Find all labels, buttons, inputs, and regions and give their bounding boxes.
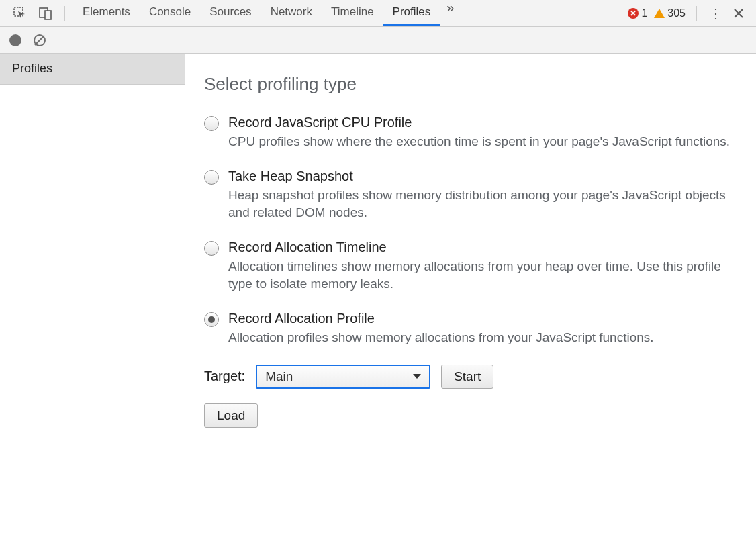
page-heading: Select profiling type xyxy=(204,74,737,95)
chevron-down-icon xyxy=(413,374,421,379)
tab-console[interactable]: Console xyxy=(140,0,200,26)
record-button[interactable] xyxy=(9,34,21,46)
target-row: Target: Main Start xyxy=(204,365,737,389)
sidebar: Profiles xyxy=(0,54,185,533)
tab-sources[interactable]: Sources xyxy=(200,0,261,26)
radio-allocation-profile[interactable] xyxy=(204,312,219,327)
option-desc: CPU profiles show where the execution ti… xyxy=(228,133,737,151)
radio-allocation-timeline[interactable] xyxy=(204,241,219,256)
inspect-element-icon[interactable] xyxy=(12,5,28,21)
sidebar-item-profiles[interactable]: Profiles xyxy=(0,54,185,85)
option-heap-snapshot: Take Heap Snapshot Heap snapshot profile… xyxy=(204,168,737,222)
option-cpu-profile: Record JavaScript CPU Profile CPU profil… xyxy=(204,115,737,151)
warning-icon xyxy=(654,9,665,18)
start-button[interactable]: Start xyxy=(441,365,493,389)
toolbar-tabs: Elements Console Sources Network Timelin… xyxy=(73,0,461,26)
tab-elements[interactable]: Elements xyxy=(73,0,140,26)
option-allocation-timeline: Record Allocation Timeline Allocation ti… xyxy=(204,240,737,293)
clear-button[interactable] xyxy=(34,34,46,46)
settings-menu-icon[interactable]: ⋮ xyxy=(708,5,724,21)
target-label: Target: xyxy=(204,369,245,384)
warnings-count: 305 xyxy=(667,7,686,19)
device-toggle-icon[interactable] xyxy=(38,5,54,21)
target-select-value: Main xyxy=(265,369,293,384)
tabs-overflow-icon[interactable]: » xyxy=(440,0,461,26)
body: Profiles Select profiling type Record Ja… xyxy=(0,54,756,533)
option-title: Record JavaScript CPU Profile xyxy=(228,115,737,130)
svg-rect-2 xyxy=(45,11,51,19)
toolbar-left xyxy=(5,5,60,21)
target-select[interactable]: Main xyxy=(256,365,430,389)
option-desc: Allocation profiles show memory allocati… xyxy=(228,329,737,347)
divider xyxy=(64,6,65,21)
close-icon[interactable] xyxy=(730,5,747,21)
warnings-badge[interactable]: 305 xyxy=(654,7,686,19)
option-desc: Heap snapshot profiles show memory distr… xyxy=(228,187,737,222)
option-title: Take Heap Snapshot xyxy=(228,168,737,184)
errors-badge[interactable]: ✕ 1 xyxy=(628,7,647,19)
profiles-subtoolbar xyxy=(0,27,756,54)
option-desc: Allocation timelines show memory allocat… xyxy=(228,258,737,293)
radio-heap-snapshot[interactable] xyxy=(204,170,219,185)
tab-timeline[interactable]: Timeline xyxy=(322,0,383,26)
option-allocation-profile: Record Allocation Profile Allocation pro… xyxy=(204,311,737,347)
option-title: Record Allocation Profile xyxy=(228,311,737,326)
divider xyxy=(696,6,697,21)
tab-network[interactable]: Network xyxy=(261,0,322,26)
main-panel: Select profiling type Record JavaScript … xyxy=(185,54,756,533)
load-button[interactable]: Load xyxy=(204,403,258,428)
devtools-toolbar: Elements Console Sources Network Timelin… xyxy=(0,0,756,27)
tab-profiles[interactable]: Profiles xyxy=(383,0,440,26)
radio-cpu-profile[interactable] xyxy=(204,116,219,131)
toolbar-right: ✕ 1 305 ⋮ xyxy=(628,5,751,21)
error-icon: ✕ xyxy=(628,8,639,19)
option-title: Record Allocation Timeline xyxy=(228,240,737,255)
errors-count: 1 xyxy=(641,7,647,19)
